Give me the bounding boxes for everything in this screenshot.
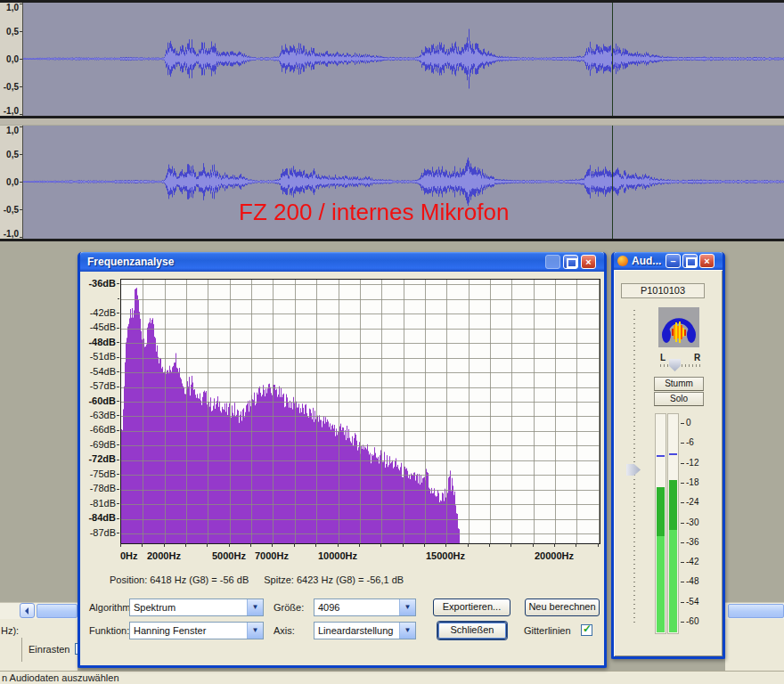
y-axis-tick xyxy=(117,415,119,416)
x-axis-label: 10000Hz xyxy=(318,550,357,561)
y-axis-tick xyxy=(117,518,119,519)
algorithm-value: Spektrum xyxy=(134,602,176,613)
y-axis-tick xyxy=(117,328,119,329)
minimize-button[interactable] xyxy=(545,255,560,269)
x-axis-label: 20000Hz xyxy=(535,550,574,561)
scrollbar-thumb-right[interactable] xyxy=(728,604,784,618)
maximize-button[interactable] xyxy=(563,255,578,269)
x-axis-tick xyxy=(338,543,339,547)
ruler-label: 0,0 xyxy=(6,177,19,187)
recalculate-button[interactable]: Neu berechnen xyxy=(525,598,600,616)
ruler-tick xyxy=(20,237,22,238)
scroll-left-arrow-icon xyxy=(25,607,29,615)
meter-scale-tick xyxy=(681,502,684,503)
x-axis-tick xyxy=(272,543,273,547)
x-axis-label: 5000Hz xyxy=(212,550,246,561)
meter-scale-label: -60 xyxy=(686,617,698,626)
size-select[interactable]: 4096 ▼ xyxy=(314,598,416,616)
x-axis-tick xyxy=(510,543,511,547)
window-title: Frequenzanalyse xyxy=(80,252,604,272)
scroll-left-button[interactable] xyxy=(20,603,35,618)
x-axis-tick xyxy=(315,543,316,547)
amplitude-ruler-1[interactable]: 1,00,50,0-0,5-1,0 xyxy=(0,3,23,116)
x-axis-tick xyxy=(207,543,208,547)
meter-scale-tick xyxy=(681,622,684,623)
ruler-tick xyxy=(20,114,22,115)
frequency-analysis-titlebar[interactable]: Frequenzanalyse × xyxy=(80,252,604,272)
project-rate-label-partial: Hz): xyxy=(1,622,19,639)
scrollbar-thumb-left[interactable] xyxy=(37,604,78,618)
axis-label: Axis: xyxy=(274,622,295,639)
y-axis-label: -51dB xyxy=(90,352,116,362)
track-bottom-border xyxy=(0,239,784,241)
maximize-icon xyxy=(686,257,697,267)
amplitude-ruler-2[interactable]: 1,00,50,0-0,5-1,0 xyxy=(0,126,23,239)
meter-scale-tick xyxy=(681,582,684,582)
ruler-label: -0,5 xyxy=(4,82,19,92)
y-axis-label: -66dB xyxy=(90,425,116,435)
y-axis-label: -63dB xyxy=(90,411,116,420)
axis-select[interactable]: Lineardarstellung ▼ xyxy=(314,622,416,639)
close-dialog-button[interactable]: Schließen xyxy=(437,622,507,639)
y-axis-label: -54dB xyxy=(90,367,116,377)
ruler-label: 1,0 xyxy=(6,126,19,135)
meter-scale-label: -48 xyxy=(686,577,698,586)
meter-scale-label: -36 xyxy=(686,538,698,547)
meter-scale-tick xyxy=(681,523,684,524)
meter-bar-right[interactable] xyxy=(667,413,679,634)
waveform-area-1[interactable] xyxy=(23,3,784,116)
position-text: Position: 6418 Hz (G8) = -56 dB xyxy=(110,574,249,585)
playback-cursor-track2 xyxy=(612,126,613,239)
track-separator xyxy=(0,118,784,125)
meter-scale-label: -24 xyxy=(686,498,698,507)
y-axis-tick xyxy=(117,283,119,284)
gridlines-checkbox[interactable] xyxy=(581,624,592,636)
spectrum-plot[interactable] xyxy=(120,279,600,544)
y-axis-label: -87dB xyxy=(90,528,116,538)
algorithm-select[interactable]: Spektrum ▼ xyxy=(129,598,264,616)
x-axis-label: 2000Hz xyxy=(147,550,181,561)
close-button[interactable]: × xyxy=(581,255,596,269)
chevron-down-icon: ▼ xyxy=(399,623,415,639)
y-axis-tick xyxy=(117,313,119,314)
meter-scale: 0-6-12-18-24-30-36-42-48-54-60 xyxy=(681,270,721,656)
function-label: Funktion: xyxy=(89,622,129,639)
x-axis-tick xyxy=(164,543,165,547)
mixer-titlebar[interactable]: Aud... – × xyxy=(614,252,723,270)
spectrum-canvas[interactable] xyxy=(121,280,600,543)
ruler-label: 0,5 xyxy=(6,27,19,37)
x-axis-label: 0Hz xyxy=(120,550,138,561)
export-button[interactable]: Exportieren... xyxy=(433,598,510,616)
meter-bar-left[interactable] xyxy=(655,413,666,634)
x-axis-tick xyxy=(489,543,490,547)
ruler-tick xyxy=(20,209,22,210)
waveform-canvas-1[interactable] xyxy=(23,3,784,116)
status-bar: n Audiodaten auszuwählen xyxy=(0,671,784,684)
mixer-maximize-button[interactable] xyxy=(682,254,698,268)
y-axis-tick xyxy=(117,474,119,475)
mixer-close-button[interactable]: × xyxy=(699,254,715,268)
function-select[interactable]: Hanning Fenster ▼ xyxy=(129,622,264,639)
x-axis-label: 7000Hz xyxy=(255,550,289,561)
meter-scale-label: -18 xyxy=(686,478,698,487)
snap-to-label: Einrasten xyxy=(29,640,69,658)
peak-text: Spitze: 6423 Hz (G8) = -56,1 dB xyxy=(251,574,404,585)
y-axis-tick xyxy=(117,342,119,343)
x-axis-tick xyxy=(359,543,360,547)
meter-fill-dark xyxy=(657,487,665,537)
ruler-label: -0,5 xyxy=(4,205,19,215)
ruler-tick xyxy=(20,31,22,32)
meter-scale-label: -30 xyxy=(686,518,698,527)
meter-scale-tick xyxy=(681,423,684,424)
y-axis-tick xyxy=(117,444,119,445)
y-axis-label: -57dB xyxy=(90,381,116,391)
mixer-minimize-button[interactable]: – xyxy=(666,254,681,268)
y-axis-label: -75dB xyxy=(90,469,116,479)
gain-slider-thumb[interactable] xyxy=(626,464,641,476)
pan-slider-thumb[interactable] xyxy=(669,359,681,371)
maximize-icon xyxy=(567,258,577,268)
meter-scale-tick xyxy=(681,463,684,464)
ruler-label: -1,0 xyxy=(4,229,19,239)
x-axis-tick xyxy=(380,543,381,547)
y-axis-label: -78dB xyxy=(90,484,116,493)
